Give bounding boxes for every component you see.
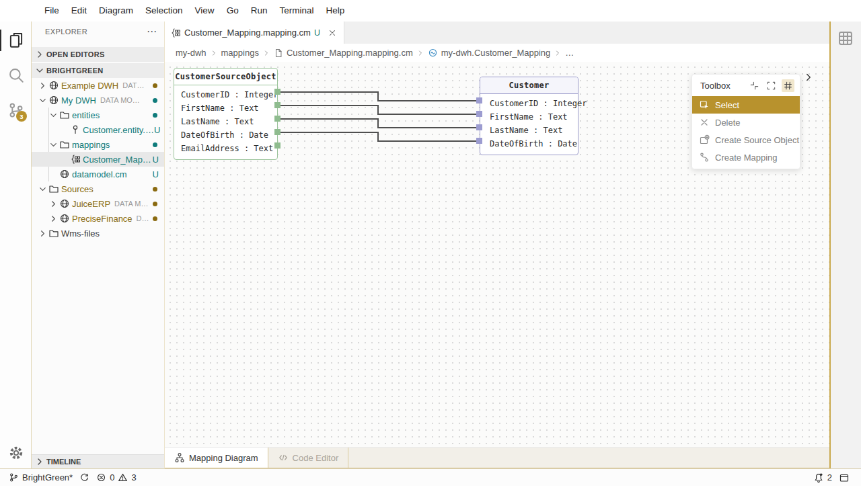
breadcrumb-item[interactable]: mappings bbox=[221, 48, 259, 58]
chevron-right-icon bbox=[38, 228, 48, 239]
source-field[interactable]: LastName : Text bbox=[174, 115, 277, 128]
tree-item-juiceerp[interactable]: JuiceERP DATA M… bbox=[32, 196, 164, 211]
mapping-icon bbox=[70, 154, 81, 165]
status-dot bbox=[153, 202, 157, 206]
tab-code-editor[interactable]: Code Editor bbox=[268, 448, 349, 468]
tree-item-customer-entity[interactable]: Customer.entity.… U bbox=[32, 122, 164, 137]
fit-view-icon[interactable] bbox=[765, 79, 778, 92]
target-field[interactable]: CustomerID : Integer bbox=[480, 97, 578, 110]
connection-line bbox=[278, 92, 480, 101]
notifications-button[interactable]: 2 bbox=[810, 472, 835, 483]
tool-label: Create Source Object bbox=[715, 135, 799, 145]
tree-item-sources[interactable]: Sources bbox=[32, 181, 164, 196]
settings-button[interactable] bbox=[0, 439, 32, 466]
editor-tab-bar: Customer_Mapping.mapping.cm U bbox=[165, 22, 829, 44]
menu-selection[interactable]: Selection bbox=[139, 0, 189, 22]
toolbox-select-tool[interactable]: Select bbox=[692, 96, 800, 114]
tree-item-label: Wms-files bbox=[61, 228, 100, 239]
tab-customer-mapping[interactable]: Customer_Mapping.mapping.cm U bbox=[165, 22, 344, 44]
tree-item-desc: D… bbox=[137, 214, 149, 222]
breadcrumb-item[interactable]: … bbox=[565, 48, 574, 58]
toolbox-create-mapping-tool[interactable]: Create Mapping bbox=[692, 149, 800, 166]
tool-label: Create Mapping bbox=[715, 153, 778, 163]
toolbox-title: Toolbox bbox=[700, 81, 731, 91]
target-field[interactable]: LastName : Text bbox=[480, 124, 578, 137]
explorer-sidebar: EXPLORER ⋯ OPEN EDITORS BRIGHTGREEN Exam… bbox=[32, 22, 165, 468]
tree-item-my-dwh[interactable]: My DWH DATA MO… bbox=[32, 93, 164, 108]
source-object-node[interactable]: CustomerSourceObject CustomerID : Intege… bbox=[174, 68, 278, 160]
tree-item-desc: DATA M… bbox=[114, 200, 148, 208]
tree-item-datamodel[interactable]: datamodel.cm U bbox=[32, 167, 164, 181]
modified-marker: U bbox=[154, 125, 160, 135]
toolbox-create-source-object-tool[interactable]: Create Source Object bbox=[692, 131, 800, 149]
toolbox-delete-tool[interactable]: Delete bbox=[692, 114, 800, 131]
grid-toggle-icon[interactable] bbox=[782, 79, 794, 92]
grid-view-button[interactable] bbox=[837, 30, 854, 47]
menu-edit[interactable]: Edit bbox=[65, 0, 93, 22]
tree-item-mappings[interactable]: mappings bbox=[32, 137, 164, 152]
gear-icon bbox=[8, 445, 24, 461]
file-tree: Example DWH DAT… My DWH DATA MO… entitie… bbox=[32, 78, 164, 241]
menu-file[interactable]: File bbox=[38, 0, 65, 22]
notification-count: 2 bbox=[827, 472, 832, 482]
mapping-diagram-canvas[interactable]: CustomerSourceObject CustomerID : Intege… bbox=[165, 62, 829, 447]
menu-run[interactable]: Run bbox=[245, 0, 274, 22]
panel-layout-button[interactable] bbox=[835, 472, 853, 483]
expand-panel-button[interactable] bbox=[802, 71, 815, 83]
sync-button[interactable] bbox=[76, 469, 93, 486]
tree-item-wms-files[interactable]: Wms-files bbox=[32, 226, 164, 241]
panel-icon bbox=[839, 472, 850, 483]
status-dot bbox=[153, 187, 157, 192]
tab-label: Mapping Diagram bbox=[189, 453, 258, 463]
menu-go[interactable]: Go bbox=[221, 0, 245, 22]
open-editors-section[interactable]: OPEN EDITORS bbox=[32, 47, 164, 62]
menu-diagram[interactable]: Diagram bbox=[93, 0, 139, 22]
menu-view[interactable]: View bbox=[189, 0, 221, 22]
source-field[interactable]: DateOfBirth : Date bbox=[174, 128, 277, 142]
tree-item-label: My DWH bbox=[61, 95, 96, 106]
problems-indicator[interactable]: 0 3 bbox=[93, 469, 139, 486]
tree-item-label: entities bbox=[72, 110, 100, 120]
target-field[interactable]: FirstName : Text bbox=[480, 110, 578, 124]
breadcrumb-item[interactable]: Customer_Mapping.mapping.cm bbox=[287, 48, 413, 58]
explorer-more-actions-icon[interactable]: ⋯ bbox=[147, 26, 157, 38]
tree-item-precisefinance[interactable]: PreciseFinance D… bbox=[32, 211, 164, 226]
tool-label: Select bbox=[715, 100, 739, 110]
status-dot bbox=[153, 98, 157, 103]
search-activity-button[interactable] bbox=[0, 62, 32, 89]
source-control-activity-button[interactable]: 3 bbox=[0, 97, 32, 124]
workspace-root-section[interactable]: BRIGHTGREEN bbox=[32, 63, 164, 78]
explorer-activity-button[interactable] bbox=[0, 27, 32, 54]
timeline-section[interactable]: TIMELINE bbox=[32, 454, 164, 468]
connection-line bbox=[278, 119, 480, 128]
chevron-right-icon bbox=[802, 71, 815, 83]
source-field[interactable]: CustomerID : Integer bbox=[174, 88, 277, 101]
target-entity-title: Customer bbox=[480, 77, 578, 94]
tree-item-customer-mapping-selected[interactable]: Customer_Map… U bbox=[32, 152, 164, 167]
breadcrumb-item[interactable]: my-dwh bbox=[176, 48, 207, 58]
modified-marker: U bbox=[153, 169, 159, 179]
branch-indicator[interactable]: BrightGreen* bbox=[5, 469, 76, 486]
application-window: File Edit Diagram Selection View Go Run … bbox=[0, 0, 861, 486]
mapping-path-icon bbox=[699, 152, 710, 163]
source-field[interactable]: FirstName : Text bbox=[174, 101, 277, 115]
close-tab-button[interactable] bbox=[328, 28, 337, 38]
connection-line bbox=[278, 106, 480, 114]
target-field[interactable]: DateOfBirth : Date bbox=[480, 137, 578, 151]
chevron-right-icon bbox=[48, 199, 59, 209]
target-entity-node[interactable]: Customer CustomerID : Integer FirstName … bbox=[480, 77, 578, 155]
menu-terminal[interactable]: Terminal bbox=[273, 0, 320, 22]
tree-item-label: Example DWH bbox=[61, 81, 118, 91]
menu-help[interactable]: Help bbox=[320, 0, 350, 22]
tree-item-example-dwh[interactable]: Example DWH DAT… bbox=[32, 78, 164, 93]
tree-item-entities[interactable]: entities bbox=[32, 108, 164, 122]
breadcrumb-item[interactable]: my-dwh.Customer_Mapping bbox=[441, 48, 551, 58]
tree-item-label: Customer.entity.… bbox=[83, 125, 154, 135]
collapse-icon[interactable] bbox=[748, 79, 761, 92]
git-branch-icon bbox=[9, 472, 19, 482]
search-icon bbox=[7, 67, 25, 84]
tab-mapping-diagram[interactable]: Mapping Diagram bbox=[165, 448, 268, 468]
tree-item-desc: DAT… bbox=[122, 81, 144, 89]
source-field[interactable]: EmailAddress : Text bbox=[174, 142, 277, 155]
tab-label: Customer_Mapping.mapping.cm bbox=[184, 28, 311, 38]
